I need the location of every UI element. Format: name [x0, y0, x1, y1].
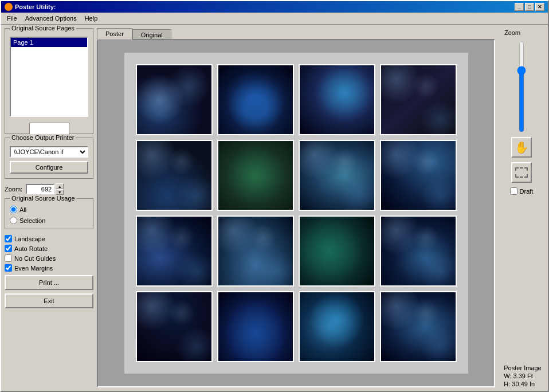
poster-cell-3: [299, 64, 375, 135]
landscape-checkbox[interactable]: [5, 235, 12, 242]
poster-height: H: 30.49 In: [504, 381, 541, 387]
minimize-button[interactable]: _: [515, 3, 524, 11]
title-controls: _ □ ✕: [515, 3, 544, 11]
poster-grid-container: [124, 53, 468, 374]
close-button[interactable]: ✕: [535, 3, 544, 11]
zoom-down-button[interactable]: ▼: [56, 189, 64, 195]
center-panel: Poster Original: [97, 28, 495, 387]
landscape-row: Landscape: [5, 235, 93, 242]
draft-checkbox[interactable]: [510, 187, 517, 195]
poster-cell-15: [299, 291, 375, 362]
zoom-slider-wrap: [516, 41, 527, 132]
poster-cell-5: [136, 140, 213, 211]
select-tool-button[interactable]: [511, 162, 532, 183]
right-zoom-label: Zoom: [504, 29, 520, 36]
poster-cell-13: [136, 291, 213, 362]
zoom-input[interactable]: [26, 184, 54, 194]
select-icon: [515, 167, 528, 178]
source-pages-title: Original Source Pages: [10, 25, 76, 32]
poster-cell-1: [136, 64, 213, 135]
draft-label: Draft: [520, 188, 534, 195]
radio-all[interactable]: [10, 206, 17, 213]
poster-width: W: 3.39 Ft: [504, 373, 541, 379]
menu-bar: File Advanced Options Help: [1, 13, 548, 25]
no-cut-guides-label: No Cut Guides: [14, 255, 56, 262]
window-icon: [5, 3, 13, 11]
exit-button[interactable]: Exit: [5, 293, 93, 308]
zoom-spinner: ▲ ▼: [56, 183, 64, 195]
poster-row-4: [136, 291, 457, 362]
printer-select-wrap: \\JOYCE\Canon if: [10, 146, 88, 158]
poster-row-2: [136, 140, 457, 211]
poster-info: Poster Image W: 3.39 Ft H: 30.49 In: [501, 363, 541, 387]
zoom-input-wrap: ▲ ▼: [26, 183, 64, 195]
source-pages-list[interactable]: Page 1: [10, 37, 88, 117]
poster-cell-11: [299, 215, 375, 287]
configure-button[interactable]: Configure: [10, 161, 88, 174]
poster-cell-2: [217, 64, 294, 135]
menu-advanced-options[interactable]: Advanced Options: [22, 14, 80, 23]
main-content: Original Source Pages Page 1 Choose Outp…: [1, 25, 548, 391]
radio-all-label: All: [19, 206, 26, 213]
source-page-item[interactable]: Page 1: [11, 38, 87, 47]
tab-bar: Poster Original: [97, 28, 495, 40]
pan-icon: ✋: [515, 140, 529, 154]
radio-selection[interactable]: [10, 217, 17, 224]
zoom-slider[interactable]: [516, 41, 527, 132]
auto-rotate-row: Auto Rotate: [5, 245, 93, 252]
poster-cell-10: [217, 215, 294, 287]
poster-cell-9: [136, 215, 213, 287]
poster-area[interactable]: [97, 39, 495, 387]
source-usage-title: Original Source Usage: [10, 195, 77, 202]
draft-row: Draft: [510, 187, 534, 195]
no-cut-guides-row: No Cut Guides: [5, 254, 93, 262]
poster-image-label: Poster Image: [504, 364, 541, 371]
output-printer-group: Choose Output Printer \\JOYCE\Canon if C…: [5, 138, 93, 179]
zoom-row: Zoom: ▲ ▼: [5, 183, 93, 195]
zoom-label: Zoom:: [5, 186, 22, 193]
poster-cell-8: [380, 140, 457, 211]
print-button[interactable]: Print ...: [5, 275, 93, 290]
title-bar-left: Poster Utility:: [5, 3, 56, 11]
right-panel: Zoom ✋ Draft Poster Image W: 3.39 Ft H: …: [499, 28, 544, 387]
printer-select[interactable]: \\JOYCE\Canon if: [10, 146, 88, 158]
poster-cell-6: [217, 140, 294, 211]
poster-cell-16: [380, 291, 457, 362]
tab-poster[interactable]: Poster: [97, 28, 132, 40]
even-margins-row: Even Margins: [5, 264, 93, 272]
no-cut-guides-checkbox[interactable]: [5, 254, 12, 262]
pan-tool-button[interactable]: ✋: [511, 137, 532, 158]
title-bar: Poster Utility: _ □ ✕: [1, 1, 548, 13]
auto-rotate-checkbox[interactable]: [5, 245, 12, 252]
radio-all-row: All: [10, 206, 88, 213]
poster-cell-12: [380, 215, 457, 287]
even-margins-checkbox[interactable]: [5, 264, 12, 272]
radio-selection-row: Selection: [10, 217, 88, 224]
source-pages-group: Original Source Pages Page 1: [5, 28, 93, 134]
auto-rotate-label: Auto Rotate: [14, 245, 48, 252]
menu-help[interactable]: Help: [81, 14, 101, 23]
checkboxes-group: Landscape Auto Rotate No Cut Guides Even…: [5, 233, 93, 272]
output-printer-title: Choose Output Printer: [10, 134, 76, 141]
left-panel: Original Source Pages Page 1 Choose Outp…: [5, 28, 93, 387]
poster-row-1: [136, 64, 457, 135]
landscape-label: Landscape: [14, 236, 45, 242]
poster-row-3: [136, 215, 457, 287]
maximize-button[interactable]: □: [525, 3, 534, 11]
main-window: Poster Utility: _ □ ✕ File Advanced Opti…: [0, 0, 549, 392]
window-title: Poster Utility:: [15, 3, 56, 10]
zoom-up-button[interactable]: ▲: [56, 183, 64, 189]
menu-file[interactable]: File: [3, 14, 21, 23]
even-margins-label: Even Margins: [14, 265, 53, 272]
source-usage-group: Original Source Usage All Selection: [5, 198, 93, 229]
radio-selection-label: Selection: [19, 217, 45, 224]
poster-cell-7: [299, 140, 375, 211]
poster-cell-4: [380, 64, 457, 135]
poster-cell-14: [217, 291, 294, 362]
